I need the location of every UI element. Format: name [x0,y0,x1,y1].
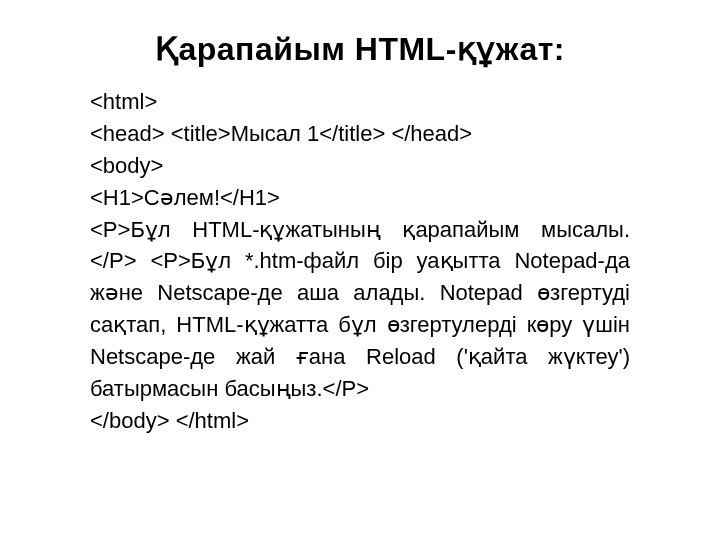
page-title: Қарапайым HTML-құжат: [90,30,630,68]
tag-close: </P> [323,376,369,401]
tag-open: <P> [136,248,190,273]
tag-close: </P> [90,248,136,273]
code-paragraph: <P>Бұл HTML-құжатының қарапайым мысалы.<… [90,217,630,401]
tag-open: <P> [90,217,130,242]
code-content: <html> <head> <title>Мысал 1</title> </h… [90,86,630,437]
para-text: Бұл HTML-құжатының қарапайым мысалы. [130,217,630,242]
code-line: </body> </html> [90,405,630,437]
code-line: <head> <title>Мысал 1</title> </head> [90,118,630,150]
code-line: <H1>Сәлем!</H1> [90,182,630,214]
code-line: <body> [90,150,630,182]
code-line: <html> [90,86,630,118]
